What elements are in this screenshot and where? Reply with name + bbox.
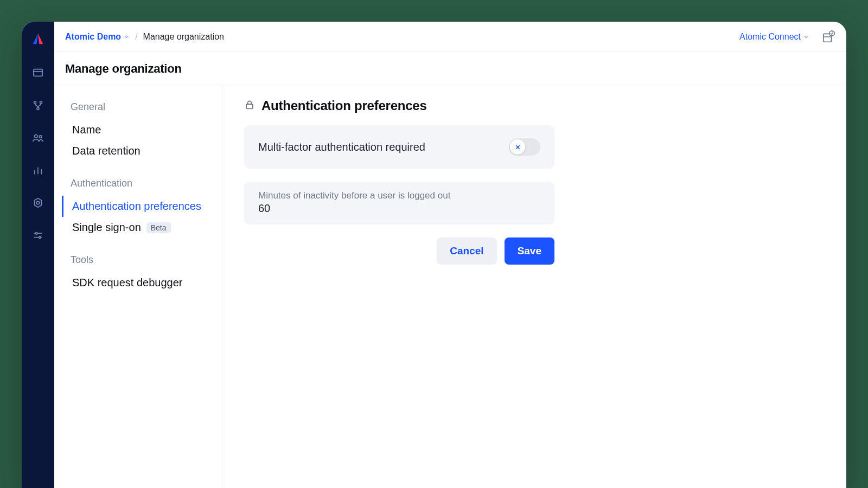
cancel-button[interactable]: Cancel [437, 237, 496, 265]
breadcrumb: Atomic Demo / Manage organization [65, 32, 224, 42]
sliders-icon[interactable] [31, 229, 44, 242]
mfa-toggle[interactable] [509, 138, 540, 156]
nav-item-sso[interactable]: Single sign-on Beta [62, 217, 214, 238]
notifications-icon[interactable] [821, 30, 835, 44]
button-row: Cancel Save [244, 237, 554, 265]
cards-icon[interactable] [31, 66, 44, 79]
top-bar: Atomic Demo / Manage organization Atomic… [54, 22, 846, 52]
timeout-label: Minutes of inactivity before a user is l… [258, 190, 450, 201]
nav-item-label: Data retention [72, 145, 141, 157]
main-column: Atomic Demo / Manage organization Atomic… [54, 22, 846, 488]
beta-badge: Beta [146, 222, 171, 233]
breadcrumb-separator: / [135, 32, 137, 42]
org-name: Atomic Demo [65, 32, 121, 42]
analytics-icon[interactable] [31, 164, 44, 177]
section-heading: Authentication preferences [244, 98, 825, 113]
svg-point-15 [39, 236, 41, 239]
nav-item-label: Single sign-on [72, 221, 141, 234]
svg-point-6 [39, 136, 42, 138]
nav-item-name[interactable]: Name [62, 119, 214, 140]
org-switcher[interactable]: Atomic Demo [65, 32, 130, 42]
environment-name: Atomic Connect [739, 32, 801, 42]
nav-section-tools: Tools [71, 254, 214, 266]
nav-item-auth-prefs[interactable]: Authentication preferences [62, 196, 214, 217]
chevron-down-icon [123, 34, 130, 40]
content-area: Authentication preferences Multi-factor … [222, 86, 846, 488]
top-bar-right: Atomic Connect [739, 30, 835, 44]
settings-nav: General Name Data retention Authenticati… [54, 86, 222, 488]
users-icon[interactable] [31, 131, 44, 144]
svg-point-11 [36, 201, 40, 204]
stage: Atomic Demo / Manage organization Atomic… [0, 0, 868, 488]
close-icon [514, 144, 521, 151]
nav-item-sdk-debugger[interactable]: SDK request debugger [62, 272, 214, 293]
app-window: Atomic Demo / Manage organization Atomic… [22, 22, 846, 488]
mfa-panel: Multi-factor authentication required [244, 125, 554, 169]
toggle-knob [510, 139, 525, 155]
svg-rect-19 [246, 104, 253, 108]
nav-item-label: Name [72, 124, 101, 136]
nav-section-authentication: Authentication [71, 178, 214, 189]
timeout-value: 60 [258, 202, 270, 215]
chevron-down-icon [803, 34, 809, 40]
app-logo[interactable] [30, 31, 46, 47]
page-title-bar: Manage organization [54, 52, 846, 86]
svg-marker-10 [35, 198, 42, 208]
lock-icon [244, 99, 255, 113]
mfa-label: Multi-factor authentication required [258, 141, 425, 153]
section-title: Authentication preferences [261, 98, 427, 113]
page-title: Manage organization [65, 62, 835, 76]
nav-section-general: General [71, 101, 214, 113]
branch-icon[interactable] [31, 99, 44, 112]
nav-item-label: SDK request debugger [72, 277, 182, 289]
nav-item-data-retention[interactable]: Data retention [62, 140, 214, 162]
timeout-panel[interactable]: Minutes of inactivity before a user is l… [244, 182, 554, 224]
left-rail [22, 22, 54, 488]
svg-point-4 [37, 107, 39, 110]
save-button[interactable]: Save [505, 237, 554, 265]
nav-item-label: Authentication preferences [72, 200, 201, 213]
page-body: General Name Data retention Authenticati… [54, 86, 846, 488]
svg-point-2 [34, 101, 36, 103]
settings-icon[interactable] [31, 196, 44, 209]
svg-point-3 [40, 101, 42, 103]
svg-point-13 [35, 233, 37, 235]
svg-point-5 [35, 135, 38, 138]
environment-switcher[interactable]: Atomic Connect [739, 32, 809, 42]
panel-stack: Multi-factor authentication required [244, 125, 554, 265]
svg-rect-0 [34, 69, 43, 76]
breadcrumb-page: Manage organization [143, 32, 224, 42]
